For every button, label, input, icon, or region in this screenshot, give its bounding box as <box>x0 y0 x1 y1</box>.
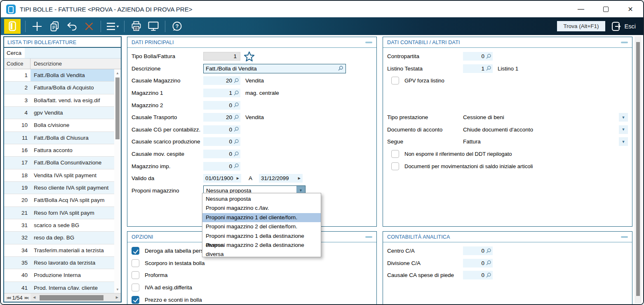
causale-cg-input[interactable]: 0 <box>203 125 240 134</box>
table-row[interactable]: 34Trasferim.materiali a terzista <box>4 244 121 257</box>
checkbox-gpv-forza-listino[interactable] <box>391 77 399 84</box>
select-arrow-icon[interactable]: ▼ <box>619 137 628 146</box>
preview-button[interactable] <box>145 19 162 33</box>
table-row[interactable]: 31scarico a sede BG <box>4 219 121 232</box>
valido-da-input[interactable]: 01/01/1900 ▶ <box>203 174 241 183</box>
tipo-bolla-input[interactable]: 1 <box>203 52 240 61</box>
lookup-icon[interactable] <box>233 163 239 169</box>
lookup-icon[interactable] <box>233 102 239 108</box>
help-button[interactable]: ? <box>168 19 186 33</box>
date-picker-icon[interactable]: ▶ <box>237 176 239 180</box>
table-row[interactable]: 1Fatt./Bolla di Vendita <box>4 69 121 82</box>
lookup-icon[interactable] <box>233 139 239 145</box>
table-row[interactable]: 32reso da dep. BG <box>4 232 121 244</box>
table-row[interactable]: 41Prod. Interna c/lav. cliente <box>4 282 121 293</box>
causale-scarico-input[interactable]: 0 <box>203 137 240 146</box>
collapse-panel-icon[interactable] <box>365 42 372 43</box>
scroll-right-icon[interactable]: ▶ <box>116 296 118 299</box>
dropdown-option[interactable]: Nessuna proposta <box>202 195 321 204</box>
list-scrollbar[interactable]: ▲ ▼ <box>114 69 121 293</box>
new-button[interactable] <box>28 19 46 33</box>
copy-button[interactable] <box>46 19 63 33</box>
page-scrollbar-thumb[interactable] <box>636 42 640 296</box>
page-scrollbar[interactable] <box>635 36 642 303</box>
column-header-descrizione[interactable]: Descrizione <box>31 61 121 67</box>
favorite-star-icon[interactable] <box>244 51 255 62</box>
table-row[interactable]: 35Reso lavorato da terzista <box>4 257 121 269</box>
valido-a-input[interactable]: 31/12/2099 ▶ <box>259 174 303 183</box>
lookup-icon[interactable] <box>233 151 239 157</box>
scroll-up-icon[interactable]: ▲ <box>114 70 121 76</box>
collapse-panel-icon[interactable] <box>621 42 628 43</box>
lookup-icon[interactable] <box>233 90 239 96</box>
collapse-panel-icon[interactable] <box>621 236 628 238</box>
table-row[interactable]: 20Fatt/Bolla Acq IVA split paym <box>4 194 121 206</box>
table-row[interactable]: 21Reso forn IVA split paym <box>4 207 121 219</box>
table-row[interactable]: 16Fattura acconto <box>4 144 121 157</box>
exit-button[interactable]: Esci <box>611 21 636 32</box>
checkbox-deroga[interactable] <box>132 247 139 255</box>
checkbox-proforma[interactable] <box>132 271 139 279</box>
magazzino-imp-input[interactable]: 0 <box>203 162 240 171</box>
select-arrow-icon[interactable]: ▼ <box>619 125 628 134</box>
causale-magazzino-input[interactable]: 20 <box>203 76 240 85</box>
list-scrollbar-thumb[interactable] <box>115 77 120 139</box>
contropartita-input[interactable]: 0 <box>463 52 493 61</box>
dropdown-option-highlighted[interactable]: Proponi magazzino 1 del cliente/forn. <box>202 213 321 222</box>
scroll-down-icon[interactable]: ▼ <box>114 286 121 292</box>
divisione-ca-input[interactable]: 0 <box>463 259 493 267</box>
dropdown-option[interactable]: Proponi magazzino 2 del cliente/forn. <box>202 222 321 231</box>
causale-cespite-input[interactable]: 0 <box>203 150 240 158</box>
lookup-icon[interactable] <box>338 66 343 71</box>
maximize-button[interactable] <box>600 4 611 14</box>
collapse-panel-icon[interactable] <box>365 236 372 238</box>
checkbox-scorporo[interactable] <box>132 259 139 267</box>
magazzino-1-input[interactable]: 1 <box>203 89 240 97</box>
tipo-prestazione-select[interactable]: Cessione di beni ▼ <box>463 113 628 122</box>
causale-trasporto-input[interactable]: 20 <box>203 113 240 122</box>
minimize-button[interactable]: — <box>576 4 586 14</box>
causale-ca-spese-input[interactable]: 0 <box>463 271 493 279</box>
table-row[interactable]: 4gpv Vendita <box>4 107 121 119</box>
magazzino-2-input[interactable]: 0 <box>203 101 240 110</box>
search-input[interactable] <box>25 48 121 58</box>
column-header-codice[interactable]: Codice <box>4 59 31 69</box>
checkbox-non-esporre-ddt[interactable] <box>391 150 399 158</box>
table-row[interactable]: 3Bolla/fatt. vend. iva esig.dif <box>4 94 121 107</box>
find-button[interactable]: Trova (Alt+F1) <box>557 21 605 31</box>
document-button[interactable] <box>4 19 21 34</box>
close-button[interactable]: ✕ <box>625 4 636 14</box>
table-row[interactable]: 11Fatt./Bolla di Chiusura <box>4 132 121 144</box>
delete-button[interactable] <box>80 19 98 33</box>
lookup-icon[interactable] <box>486 272 491 278</box>
table-row[interactable]: 2Fattura/Bolla di Acquisto <box>4 82 121 94</box>
table-row[interactable]: 40Produzione Interna <box>4 269 121 282</box>
checkbox-doc-saldo-iniziale[interactable] <box>391 162 399 170</box>
lookup-icon[interactable] <box>486 66 491 71</box>
listino-testata-input[interactable]: 1 <box>463 64 493 73</box>
undo-button[interactable] <box>63 19 80 33</box>
checkbox-prezzo-sconti[interactable] <box>132 296 139 304</box>
list-hscrollbar-thumb[interactable] <box>40 295 103 300</box>
lookup-icon[interactable] <box>233 115 239 120</box>
lookup-icon[interactable] <box>233 127 239 132</box>
checkbox-iva-esig[interactable] <box>132 284 139 291</box>
table-row[interactable]: 10Bolla c/visione <box>4 119 121 131</box>
lookup-icon[interactable] <box>233 78 239 84</box>
select-arrow-icon[interactable]: ▼ <box>619 113 628 122</box>
dropdown-option[interactable]: Proponi magazzino c./lav. <box>202 204 321 213</box>
documento-acconto-select[interactable]: Chiude documenti d'acconto ▼ <box>463 125 628 134</box>
table-row[interactable]: 18Vendita IVA split payment <box>4 169 121 182</box>
centro-ca-input[interactable]: 0 <box>463 246 493 255</box>
dropdown-option[interactable]: Proponi magazzino 2 della destinazione d… <box>202 241 321 250</box>
menu-button[interactable] <box>104 19 121 33</box>
last-page-icon[interactable]: ▶▶| <box>25 296 28 300</box>
list-hscrollbar[interactable]: ◀ ▶ <box>31 293 121 302</box>
date-picker-icon[interactable]: ▶ <box>298 176 301 180</box>
scroll-left-icon[interactable]: ◀ <box>33 296 35 299</box>
lookup-icon[interactable] <box>486 248 491 254</box>
dropdown-option[interactable]: Proponi magazzino 1 della destinazione d… <box>202 232 321 241</box>
lookup-icon[interactable] <box>486 260 491 266</box>
table-row[interactable]: 17Fatt./Bolla Consuntivazione <box>4 157 121 169</box>
print-button[interactable] <box>127 19 145 33</box>
